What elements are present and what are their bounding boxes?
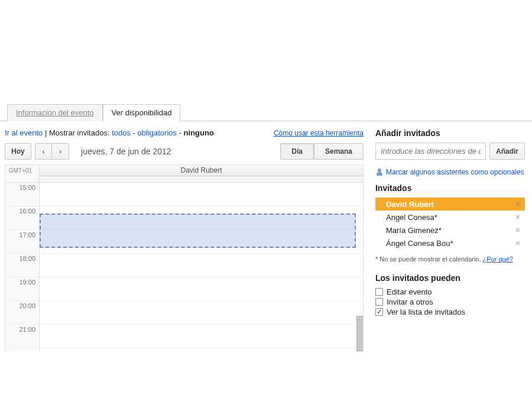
perm-invite-label: Invitar a otros [387,297,433,306]
guest-item[interactable]: Angel Conesa*× [375,211,525,224]
hour-label: 18:00 [5,254,39,277]
add-guest-button[interactable]: Añadir [489,143,525,160]
filter-none[interactable]: ninguno [184,128,214,137]
view-week-button[interactable]: Semana [314,143,364,160]
show-guests-label: Mostrar invitados: [49,128,110,137]
prev-button[interactable]: ‹ [35,143,53,160]
timezone-label: GMT+01 [5,165,40,182]
hour-label: 19:00 [5,277,39,301]
separator: - [131,128,138,137]
add-guests-title: Añadir invitados [375,128,525,138]
guest-name: David Rubert [386,200,514,209]
guest-item[interactable]: David Rubert× [375,198,525,211]
grid-row[interactable] [40,183,363,206]
next-button[interactable]: › [52,143,69,160]
filter-all[interactable]: todos [112,128,131,137]
remove-guest-icon[interactable]: × [514,238,521,248]
separator: - [177,128,184,137]
grid-row[interactable] [40,325,363,348]
attendee-column-header: David Rubert [40,165,363,176]
filter-required[interactable]: obligatorios [138,128,177,137]
remove-guest-icon[interactable]: × [514,199,521,209]
hour-label: 16:00 [5,206,39,230]
guest-name: Angel Conesa* [386,213,514,222]
perm-seelist-label: Ver la lista de invitados [387,308,465,316]
checkbox-edit-event[interactable] [375,288,383,296]
proposed-event-block[interactable] [40,214,356,248]
link-go-to-event[interactable]: Ir al evento [5,128,43,137]
checkbox-invite-others[interactable] [375,298,383,306]
schedule-grid[interactable]: 15:0016:0017:0018:0019:0020:0021:00 [5,183,364,351]
guest-name: Ángel Conesa Bou* [386,239,514,248]
remove-guest-icon[interactable]: × [514,212,521,222]
current-date: jueves, 7 de jun de 2012 [81,147,171,156]
tab-event-info[interactable]: Información del evento [7,104,103,121]
today-button[interactable]: Hoy [5,143,31,160]
guest-item[interactable]: María Gimenez*× [375,224,525,237]
guests-title: Invitados [375,183,525,193]
hour-label: 21:00 [5,325,39,348]
mark-optional-label: Marcar algunos asistentes como opcionale… [386,168,524,176]
view-day-button[interactable]: Día [280,143,314,160]
grid-row[interactable] [40,254,363,277]
grid-row[interactable] [40,277,363,301]
remove-guest-icon[interactable]: × [514,225,521,235]
guest-email-input[interactable] [375,143,486,160]
hour-label: 15:00 [5,183,39,206]
checkbox-see-guest-list[interactable] [375,308,383,316]
grid-row[interactable] [40,301,363,325]
hour-label: 17:00 [5,230,39,254]
tab-availability[interactable]: Ver disponibilidad [103,104,181,121]
permissions-title: Los invitados pueden [375,273,525,283]
scrollbar-thumb[interactable] [356,316,364,351]
perm-edit-label: Editar evento [387,287,432,296]
person-icon [375,168,384,176]
footnote-why-link[interactable]: ¿Por qué? [483,255,513,263]
mark-optional-link[interactable]: Marcar algunos asistentes como opcionale… [375,168,525,176]
separator: | [43,128,49,137]
guest-item[interactable]: Ángel Conesa Bou*× [375,237,525,250]
footnote-text: * No se puede mostrar el calendario. [375,255,481,263]
help-link[interactable]: Cómo usar esta herramienta [274,129,364,137]
hour-label: 20:00 [5,301,39,325]
guest-name: María Gimenez* [386,226,514,235]
attendee-availability-bar [40,176,363,182]
